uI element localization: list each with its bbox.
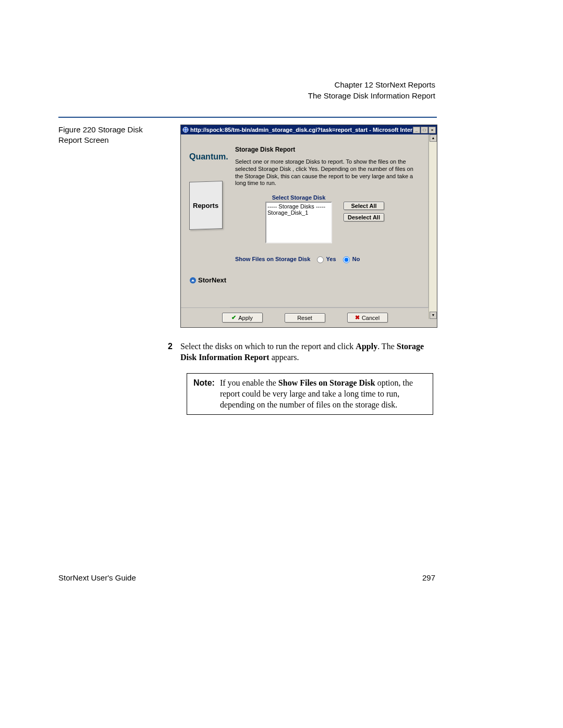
step-text-pre: Select the disks on which to run the rep… xyxy=(180,342,356,351)
footer-guide: StorNext User's Guide xyxy=(58,573,136,582)
product-logo: StorNext xyxy=(189,276,226,284)
maximize-button[interactable]: □ xyxy=(421,127,428,133)
page-footer: StorNext User's Guide 297 xyxy=(58,573,435,582)
check-icon: ✔ xyxy=(231,314,236,321)
note-bold: Show Files on Storage Disk xyxy=(278,378,375,387)
reset-label: Reset xyxy=(297,315,312,321)
stornext-icon xyxy=(189,277,197,284)
scroll-down-icon[interactable]: ▼ xyxy=(430,312,437,319)
section-line: The Storage Disk Information Report xyxy=(308,90,435,101)
x-icon: ✖ xyxy=(355,314,360,321)
step-text-post: appears. xyxy=(270,353,299,362)
apply-label: Apply xyxy=(238,315,253,321)
list-header: ----- Storage Disks ----- xyxy=(267,203,330,209)
header-divider xyxy=(58,117,437,118)
report-description: Select one or more storage Disks to repo… xyxy=(235,158,420,187)
show-files-row: Show Files on Storage Disk Yes No xyxy=(235,256,420,263)
apply-button[interactable]: ✔ Apply xyxy=(222,313,263,323)
figure-caption: Figure 220 Storage Disk Report Screen xyxy=(58,125,168,146)
select-storage-disk-label: Select Storage Disk xyxy=(265,194,332,201)
window-title: http://spock:85/tm-bin/admin_storage_dis… xyxy=(190,127,412,133)
reports-card[interactable]: Reports xyxy=(189,181,223,230)
cancel-button[interactable]: ✖ Cancel xyxy=(347,313,388,323)
show-files-yes-label: Yes xyxy=(326,256,336,262)
storage-disk-listbox[interactable]: ----- Storage Disks ----- Storage_Disk_1 xyxy=(265,202,332,243)
chapter-line: Chapter 12 StorNext Reports xyxy=(308,79,435,90)
note-box: Note: If you enable the Show Files on St… xyxy=(187,373,433,415)
brand-logo: Quantum. xyxy=(189,152,226,162)
left-nav: Quantum. Reports StorNext xyxy=(181,134,230,307)
show-files-no-label: No xyxy=(352,256,360,262)
footer-page: 297 xyxy=(422,573,435,582)
titlebar: http://spock:85/tm-bin/admin_storage_dis… xyxy=(181,125,437,134)
reset-button[interactable]: Reset xyxy=(285,313,325,323)
app-window: http://spock:85/tm-bin/admin_storage_dis… xyxy=(180,125,437,328)
list-item[interactable]: Storage_Disk_1 xyxy=(267,209,330,216)
note-label: Note: xyxy=(193,378,215,410)
step-text-mid: . The xyxy=(377,342,397,351)
report-heading: Storage Disk Report xyxy=(235,146,420,153)
step-apply-word: Apply xyxy=(356,342,377,351)
reports-card-label: Reports xyxy=(193,202,218,209)
note-text-pre: If you enable the xyxy=(220,378,278,387)
select-all-button[interactable]: Select All xyxy=(344,202,384,210)
ie-icon xyxy=(182,126,189,133)
scroll-up-icon[interactable]: ▲ xyxy=(430,134,437,142)
window-controls: _ □ × xyxy=(412,127,436,133)
close-button[interactable]: × xyxy=(429,127,436,133)
deselect-all-button[interactable]: Deselect All xyxy=(344,213,384,221)
page-header: Chapter 12 StorNext Reports The Storage … xyxy=(308,79,435,101)
step-text: 2 Select the disks on which to run the r… xyxy=(180,341,441,363)
cancel-label: Cancel xyxy=(362,315,380,321)
show-files-no-radio[interactable] xyxy=(343,256,350,263)
step-number: 2 xyxy=(168,341,173,352)
minimize-button[interactable]: _ xyxy=(413,127,420,133)
product-name: StorNext xyxy=(198,276,226,284)
main-panel: Storage Disk Report Select one or more s… xyxy=(230,134,429,307)
action-bar: ✔ Apply Reset ✖ Cancel xyxy=(181,307,429,327)
show-files-yes-radio[interactable] xyxy=(317,256,324,263)
show-files-label: Show Files on Storage Disk xyxy=(235,256,310,262)
note-body: If you enable the Show Files on Storage … xyxy=(220,378,426,410)
vertical-scrollbar[interactable]: ▲ ▼ xyxy=(429,134,437,319)
